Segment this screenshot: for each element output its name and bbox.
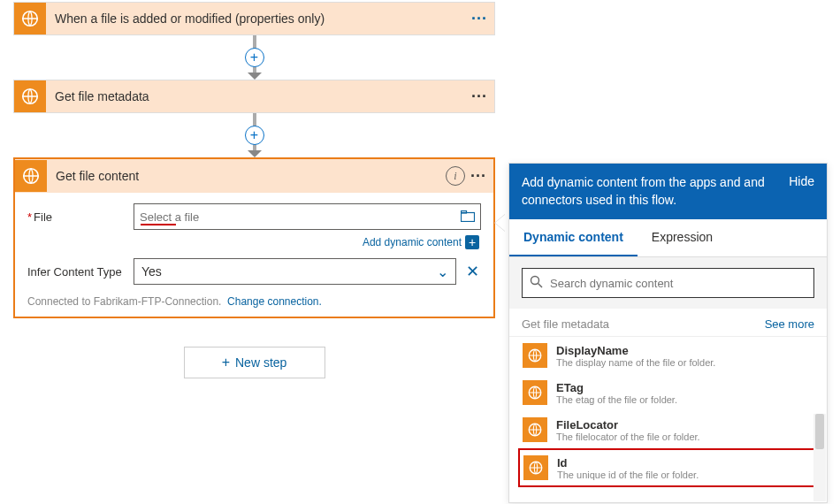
plus-icon: +	[222, 355, 230, 370]
search-input-wrap[interactable]	[522, 268, 814, 298]
dc-item-desc: The filelocator of the file or folder.	[556, 431, 700, 442]
search-icon	[530, 275, 543, 291]
ftp-connector-icon	[523, 455, 548, 480]
dc-item-filelocator[interactable]: FileLocatorThe filelocator of the file o…	[518, 411, 818, 448]
add-step-button[interactable]: +	[245, 48, 264, 67]
ftp-connector-icon	[523, 417, 547, 442]
svg-rect-3	[462, 212, 475, 221]
change-connection-link[interactable]: Change connection.	[227, 295, 322, 308]
file-input-text[interactable]	[140, 210, 461, 224]
trigger-title: When a file is added or modified (proper…	[46, 11, 471, 26]
validation-underline	[141, 224, 176, 225]
clear-field-button[interactable]: ✕	[463, 262, 481, 281]
arrow-down-icon	[248, 150, 262, 157]
dc-item-title: DisplayName	[556, 344, 715, 357]
dc-item-id[interactable]: IdThe unique id of the file or folder.	[518, 448, 818, 487]
dc-item-etag[interactable]: ETagThe etag of the file or folder.	[518, 374, 818, 411]
tab-expression[interactable]: Expression	[638, 219, 727, 256]
connection-info: Connected to Fabrikam-FTP-Connection. Ch…	[27, 295, 481, 308]
infer-label: Infer Content Type	[27, 265, 134, 279]
ftp-connector-icon	[15, 160, 47, 192]
ftp-connector-icon	[14, 3, 46, 34]
panel-head-text: Add dynamic content from the apps and an…	[522, 174, 778, 209]
add-step-button[interactable]: +	[245, 126, 264, 145]
step1-menu-button[interactable]: ···	[471, 88, 494, 106]
arrow-down-icon	[248, 73, 262, 80]
dynamic-content-panel: Add dynamic content from the apps and an…	[508, 163, 828, 503]
ftp-connector-icon	[523, 343, 547, 368]
file-field-label: *File	[27, 210, 134, 224]
dc-item-desc: The etag of the file or folder.	[556, 394, 677, 405]
dc-item-desc: The display name of the file or folder.	[556, 357, 715, 368]
hide-panel-button[interactable]: Hide	[778, 174, 814, 209]
dc-item-title: FileLocator	[556, 418, 700, 431]
scrollbar[interactable]	[813, 414, 826, 501]
dc-item-desc: The unique id of the file or folder.	[557, 470, 699, 480]
svg-line-6	[538, 284, 543, 288]
step2-title: Get file content	[47, 169, 446, 183]
infer-value: Yes	[141, 264, 162, 279]
step1-title: Get file metadata	[46, 89, 471, 103]
infer-content-type-select[interactable]: Yes ⌄	[134, 258, 456, 285]
chevron-down-icon: ⌄	[437, 263, 448, 280]
trigger-menu-button[interactable]: ···	[471, 10, 494, 28]
new-step-button[interactable]: + New step	[184, 347, 325, 378]
dc-item-title: ETag	[556, 381, 677, 394]
search-input[interactable]	[550, 277, 806, 290]
get-file-metadata-card[interactable]: Get file metadata ···	[13, 80, 495, 113]
dc-section-title: Get file metadata	[522, 317, 609, 331]
panel-beak	[495, 214, 506, 232]
get-file-content-card: Get file content i ··· *File Add dynamic…	[13, 157, 495, 318]
folder-picker-icon[interactable]	[461, 210, 475, 225]
svg-point-5	[531, 277, 539, 285]
dc-item-title: Id	[557, 456, 699, 470]
step2-menu-button[interactable]: ···	[470, 167, 493, 186]
dc-item-displayname[interactable]: DisplayNameThe display name of the file …	[518, 337, 818, 374]
see-more-link[interactable]: See more	[765, 317, 814, 331]
ftp-connector-icon	[14, 80, 46, 112]
ftp-connector-icon	[523, 380, 547, 405]
tab-dynamic-content[interactable]: Dynamic content	[509, 219, 638, 256]
file-input[interactable]	[134, 203, 481, 230]
svg-rect-4	[462, 210, 467, 213]
add-dynamic-content-link[interactable]: Add dynamic content +	[27, 235, 481, 249]
scrollbar-thumb[interactable]	[815, 414, 824, 449]
trigger-card[interactable]: When a file is added or modified (proper…	[13, 2, 495, 35]
info-icon[interactable]: i	[446, 166, 465, 186]
plus-square-icon: +	[465, 235, 479, 249]
